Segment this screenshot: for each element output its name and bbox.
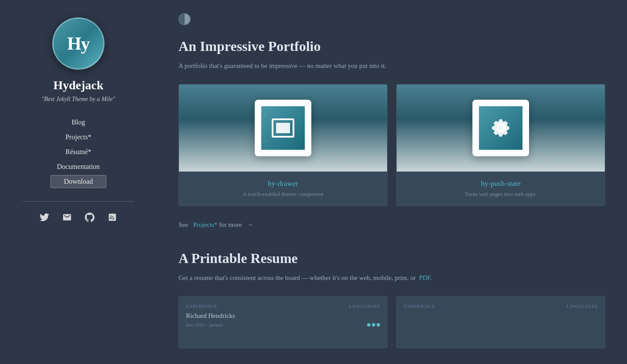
sidebar-nav: Blog Projects* Résumé* Documentation Dow…: [9, 116, 148, 188]
card-hy-drawer-icon-wrapper: [255, 100, 311, 156]
card-hy-push-state-desc: Turns web pages into web apps.: [405, 191, 596, 198]
email-icon[interactable]: [60, 210, 74, 224]
resume-card-1: Experience Languages Richard Hendricks D…: [179, 296, 388, 348]
sidebar: Hy Hydejack "Best Jekyll Theme by a Mile…: [0, 0, 157, 364]
card-hy-drawer-image: [179, 84, 387, 172]
pdf-link[interactable]: PDF: [419, 274, 430, 281]
card-hy-push-state-image: [397, 84, 605, 172]
resume-card-1-dots: [367, 323, 380, 327]
main-content: An Impressive Portfolio A portfolio that…: [157, 0, 627, 364]
dot-1: [367, 323, 371, 327]
sidebar-item-blog[interactable]: Blog: [63, 116, 94, 129]
dot-3: [377, 323, 380, 327]
site-subtitle: "Best Jekyll Theme by a Mile": [41, 96, 115, 103]
resume-cards-grid: Experience Languages Richard Hendricks D…: [179, 296, 605, 348]
card-hy-drawer: hy-drawer A touch-enabled drawer compone…: [179, 84, 388, 206]
social-icons: [37, 210, 119, 224]
resume-desc-text: Get a resume that's consistent across th…: [179, 274, 416, 281]
gear-icon: [479, 106, 522, 150]
card-hy-push-state-icon-wrapper: [472, 100, 529, 156]
portfolio-section: An Impressive Portfolio A portfolio that…: [179, 38, 605, 229]
languages-label: Languages: [349, 303, 380, 309]
avatar-initials: Hy: [67, 33, 90, 54]
portfolio-description: A portfolio that's guaranteed to be impr…: [179, 61, 605, 71]
resume-title: A Printable Resume: [179, 250, 605, 266]
sidebar-divider: [23, 201, 134, 202]
card-hy-push-state-body: hy-push-state Turns web pages into web a…: [397, 172, 605, 206]
projects-link[interactable]: Projects*: [193, 221, 217, 229]
resume-description: Get a resume that's consistent across th…: [179, 273, 605, 283]
sidebar-item-download[interactable]: Download: [51, 175, 107, 188]
resume-card-2-header: Experience Languages: [404, 303, 598, 309]
see-more-projects: See Projects* for more →: [179, 221, 605, 229]
card-hy-push-state: hy-push-state Turns web pages into web a…: [396, 84, 605, 206]
languages-label-2: Languages: [566, 303, 598, 309]
card-hy-drawer-link[interactable]: hy-drawer: [188, 179, 378, 188]
resume-card-1-header: Experience Languages: [186, 303, 380, 309]
github-icon[interactable]: [83, 210, 97, 224]
resume-card-2: Experience Languages: [396, 296, 605, 348]
portfolio-cards-grid: hy-drawer A touch-enabled drawer compone…: [179, 84, 605, 206]
dot-2: [372, 323, 375, 327]
see-more-text: See: [179, 221, 188, 229]
see-more-suffix: for more: [219, 221, 242, 229]
sidebar-item-projects[interactable]: Projects*: [57, 131, 100, 144]
experience-label-2: Experience: [404, 303, 435, 309]
resume-section: A Printable Resume Get a resume that's c…: [179, 250, 605, 348]
card-hy-drawer-body: hy-drawer A touch-enabled drawer compone…: [179, 172, 387, 206]
resume-card-1-date: Dec 2013 – present: [186, 322, 223, 327]
rss-icon[interactable]: [105, 210, 119, 224]
card-hy-drawer-desc: A touch-enabled drawer component: [188, 191, 378, 198]
sidebar-item-resume[interactable]: Résumé*: [57, 145, 100, 158]
resume-desc-end: .: [431, 274, 432, 281]
svg-rect-1: [276, 123, 290, 133]
portfolio-title: An Impressive Portfolio: [179, 38, 605, 54]
sidebar-item-documentation[interactable]: Documentation: [48, 160, 109, 173]
avatar: Hy: [52, 17, 104, 70]
twitter-icon[interactable]: [37, 210, 51, 224]
card-hy-push-state-link[interactable]: hy-push-state: [405, 179, 596, 188]
drawer-icon: [261, 106, 305, 150]
resume-card-1-name: Richard Hendricks: [186, 312, 380, 320]
see-more-arrow: →: [247, 221, 253, 229]
site-title: Hydejack: [53, 78, 103, 92]
experience-label: Experience: [186, 303, 217, 309]
theme-toggle-button[interactable]: [179, 13, 191, 25]
